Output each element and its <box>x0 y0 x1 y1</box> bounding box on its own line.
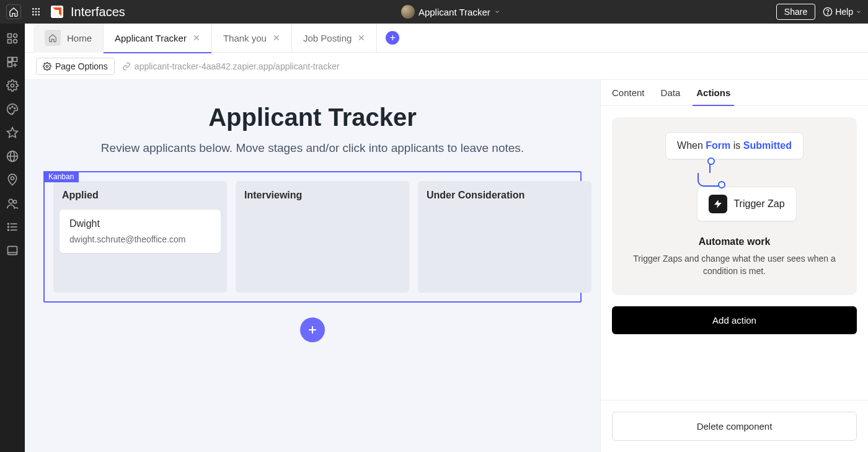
tab-home[interactable]: Home <box>33 24 104 53</box>
tab-thank-you[interactable]: Thank you ✕ <box>212 24 292 53</box>
svg-point-6 <box>32 14 34 16</box>
add-page-button[interactable]: + <box>386 31 399 45</box>
page-url-text: applicant-tracker-4aa842.zapier.app/appl… <box>135 61 340 71</box>
flow-heading: Automate work <box>623 236 846 247</box>
kanban-column-interviewing[interactable]: Interviewing <box>236 181 409 293</box>
rp-tab-content[interactable]: Content <box>612 87 645 105</box>
flow-word-form: Form <box>706 140 730 151</box>
svg-point-0 <box>32 8 34 10</box>
tab-applicant-tracker[interactable]: Applicant Tracker ✕ <box>104 24 212 53</box>
topbar-left: Interfaces <box>6 4 125 19</box>
kanban-card-subtitle: dwight.schrute@theoffice.com <box>69 234 211 244</box>
svg-point-10 <box>828 14 828 14</box>
svg-rect-37 <box>8 246 17 254</box>
kanban-column-title: Applied <box>60 190 221 201</box>
tab-job-posting[interactable]: Job Posting ✕ <box>292 24 377 53</box>
close-icon[interactable]: ✕ <box>358 33 365 43</box>
kanban-card-title: Dwight <box>69 218 211 229</box>
page-url[interactable]: applicant-tracker-4aa842.zapier.app/appl… <box>122 61 340 71</box>
flow-word-submitted: Submitted <box>743 140 792 151</box>
right-panel: Content Data Actions When Form is <box>600 80 868 452</box>
topbar: Interfaces Applicant Tracker Share Help <box>0 0 868 24</box>
users-icon[interactable] <box>6 197 19 210</box>
right-panel-body: When Form is Submitted <box>601 106 868 400</box>
flow-connector-elbow <box>698 173 722 187</box>
page-options-label: Page Options <box>55 61 108 71</box>
kanban-component[interactable]: Kanban Applied Dwight dwight.schrute@the… <box>43 171 582 303</box>
palette-icon[interactable] <box>6 103 19 115</box>
svg-point-21 <box>9 108 11 109</box>
panel-icon[interactable] <box>6 244 19 257</box>
apps-grid-icon[interactable] <box>29 4 43 19</box>
svg-point-1 <box>35 8 37 10</box>
svg-point-28 <box>11 177 14 180</box>
add-component-button[interactable] <box>300 317 325 342</box>
share-button[interactable]: Share <box>776 4 815 20</box>
kanban-card[interactable]: Dwight dwight.schrute@theoffice.com <box>60 210 221 253</box>
globe-icon[interactable] <box>6 150 19 162</box>
kanban-column-title: Under Consideration <box>424 190 585 201</box>
rp-tab-data[interactable]: Data <box>661 87 681 105</box>
components-icon[interactable] <box>6 32 19 45</box>
svg-point-29 <box>9 199 13 203</box>
layout-add-icon[interactable] <box>6 56 19 68</box>
rp-tab-actions[interactable]: Actions <box>696 87 730 105</box>
svg-point-20 <box>11 84 14 87</box>
flow-trigger-node[interactable]: When Form is Submitted <box>665 132 804 159</box>
left-sidebar <box>0 24 25 452</box>
page-options-button[interactable]: Page Options <box>36 58 115 75</box>
tab-label: Job Posting <box>303 33 352 43</box>
tab-label: Applicant Tracker <box>115 33 187 43</box>
delete-component-button[interactable]: Delete component <box>612 412 857 441</box>
brand-logo <box>51 6 63 18</box>
flow-word-when: When <box>677 140 703 151</box>
tab-label: Home <box>67 33 92 43</box>
zap-icon <box>709 195 727 213</box>
project-name: Applicant Tracker <box>418 7 490 17</box>
kanban-column-under-consideration[interactable]: Under Consideration <box>418 181 591 293</box>
flow-description: Trigger Zaps and change what the user se… <box>623 252 846 278</box>
right-panel-footer: Delete component <box>601 400 868 452</box>
svg-rect-15 <box>8 58 12 62</box>
flow-action-node[interactable]: Trigger Zap <box>697 187 796 221</box>
svg-rect-13 <box>8 40 12 43</box>
star-icon[interactable] <box>6 126 19 139</box>
flow-connector <box>709 159 711 173</box>
svg-point-34 <box>8 223 9 224</box>
svg-marker-42 <box>714 200 722 208</box>
kanban-badge: Kanban <box>43 171 79 182</box>
topbar-center[interactable]: Applicant Tracker <box>133 5 769 19</box>
help-button[interactable]: Help <box>823 7 862 17</box>
svg-point-35 <box>8 226 9 228</box>
list-icon[interactable] <box>6 221 19 233</box>
kanban-column-title: Interviewing <box>242 190 403 201</box>
chevron-down-icon <box>494 9 500 15</box>
kanban-column-applied[interactable]: Applied Dwight dwight.schrute@theoffice.… <box>53 181 227 293</box>
svg-point-22 <box>12 106 13 107</box>
gear-icon <box>43 62 51 71</box>
close-icon[interactable]: ✕ <box>193 33 200 43</box>
canvas-wrap: Applicant Tracker Review applicants belo… <box>25 80 868 452</box>
close-icon[interactable]: ✕ <box>273 33 280 43</box>
svg-rect-16 <box>8 63 12 67</box>
add-action-button[interactable]: Add action <box>612 306 857 334</box>
svg-point-4 <box>35 11 37 13</box>
tab-label: Thank you <box>223 33 267 43</box>
svg-point-12 <box>14 34 17 38</box>
topbar-right: Share Help <box>776 4 862 20</box>
chevron-down-icon <box>856 9 862 15</box>
svg-point-7 <box>35 14 37 16</box>
help-icon <box>823 7 833 17</box>
kanban-columns: Applied Dwight dwight.schrute@theoffice.… <box>53 181 572 293</box>
workspace: Home Applicant Tracker ✕ Thank you ✕ Job… <box>25 24 868 452</box>
canvas[interactable]: Applicant Tracker Review applicants belo… <box>25 80 600 452</box>
page-subtitle: Review applicants below. Move stages and… <box>25 141 600 155</box>
gear-icon[interactable] <box>6 79 19 92</box>
app-title: Interfaces <box>71 5 125 19</box>
location-icon[interactable] <box>6 174 19 186</box>
page-title: Applicant Tracker <box>25 104 600 131</box>
svg-point-5 <box>38 11 40 13</box>
svg-point-3 <box>32 11 34 13</box>
flow-word-is: is <box>733 140 741 151</box>
home-icon[interactable] <box>6 4 21 19</box>
